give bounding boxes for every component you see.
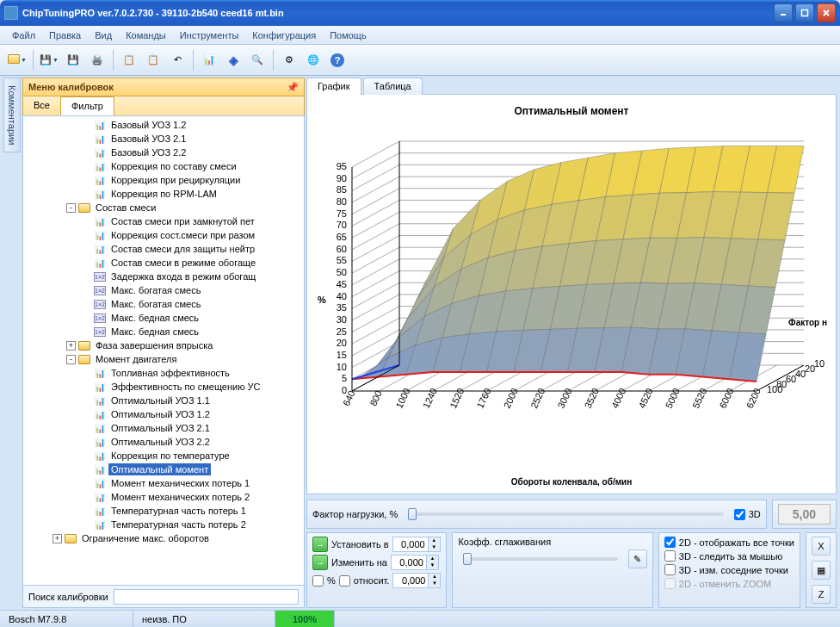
tree-item[interactable]: Коррекция сост.смеси при разом <box>25 228 302 242</box>
tree-label[interactable]: Базовый УОЗ 2.1 <box>108 133 188 145</box>
rel-spinner[interactable]: ▲▼ <box>392 573 441 588</box>
tree-label[interactable]: Макс. бедная смесь <box>108 326 201 338</box>
cb-rel[interactable] <box>339 575 350 587</box>
tree-label[interactable]: Момент механических потерь 1 <box>108 477 252 489</box>
tree-label[interactable]: Коррекция при рециркуляции <box>108 174 243 186</box>
tree-label[interactable]: Состав смеси в режиме обогаще <box>108 257 258 269</box>
tree-item[interactable]: Оптимальный момент <box>25 462 302 476</box>
expander-icon[interactable]: - <box>66 355 76 364</box>
tree-label[interactable]: Момент двигателя <box>93 353 179 365</box>
print-button[interactable]: 🖨️ <box>85 48 109 72</box>
comments-tab[interactable]: Комментарии <box>3 78 21 152</box>
minimize-button[interactable] <box>774 3 793 22</box>
tree-label[interactable]: Состав смеси для защиты нейтр <box>108 243 257 255</box>
tree-label[interactable]: Коррекция по температуре <box>108 450 232 462</box>
cb-pct-wrap[interactable]: % <box>312 575 336 587</box>
compare-button[interactable]: 📊 <box>197 48 221 72</box>
cb-2d-points-wrap[interactable]: 2D - отображать все точки <box>664 537 794 548</box>
tree-label[interactable]: Температурная часть потерь 2 <box>108 518 249 531</box>
cb-3d-mouse-wrap[interactable]: 3D - следить за мышью <box>664 550 794 562</box>
menu-Помощь[interactable]: Помощь <box>323 28 374 43</box>
expander-icon[interactable]: + <box>52 534 62 543</box>
tree-item[interactable]: Коррекция при рециркуляции <box>25 173 302 187</box>
expander-icon[interactable]: - <box>66 203 76 213</box>
cb-3d-neigh-wrap[interactable]: 3D - изм. соседние точки <box>664 564 794 575</box>
tab-all[interactable]: Все <box>23 96 61 115</box>
tree-folder[interactable]: +Ограничение макс. оборотов <box>25 531 302 545</box>
cb-2d-points[interactable] <box>664 537 676 548</box>
tree-item[interactable]: Коррекция по составу смеси <box>25 159 302 173</box>
menu-Вид[interactable]: Вид <box>88 28 119 43</box>
tree-item[interactable]: 1×2Макс. богатая смесь <box>25 283 302 297</box>
tree-label[interactable]: Коррекция сост.смеси при разом <box>108 229 257 241</box>
cb-3d[interactable] <box>734 509 745 520</box>
tree-item[interactable]: Базовый УОЗ 1.2 <box>25 118 302 132</box>
tree-label[interactable]: Базовый УОЗ 1.2 <box>108 119 188 131</box>
set-button[interactable]: → <box>312 537 328 552</box>
tree-item[interactable]: Состав смеси при замкнутой пет <box>25 214 302 228</box>
change-button[interactable]: → <box>312 555 328 570</box>
info-button[interactable]: ◈ <box>221 48 245 72</box>
tree-item[interactable]: Момент механических потерь 2 <box>25 490 302 504</box>
tree-item[interactable]: Эффективность по смещению УС <box>25 380 302 394</box>
help-button[interactable]: ? <box>325 48 349 72</box>
search-input[interactable] <box>114 589 299 605</box>
chart-3d[interactable]: 0510152025303540455055606570758085909564… <box>318 124 825 451</box>
tab-filter[interactable]: Фильтр <box>61 96 114 115</box>
tree-item[interactable]: Топливная эффективность <box>25 366 302 380</box>
tree-item[interactable]: Оптимальный УОЗ 2.2 <box>25 435 302 449</box>
z-button[interactable]: Z <box>812 585 831 604</box>
menu-Команды[interactable]: Команды <box>119 28 173 43</box>
close-button[interactable] <box>817 3 836 22</box>
tree-item[interactable]: Базовый УОЗ 2.2 <box>25 146 302 159</box>
tree-label[interactable]: Оптимальный УОЗ 2.2 <box>108 436 213 448</box>
search-button[interactable]: 🔍 <box>245 48 269 72</box>
pin-icon[interactable]: 📌 <box>287 82 299 93</box>
tree-label[interactable]: Макс. богатая смесь <box>108 298 203 310</box>
tree-label[interactable]: Коррекция по RPM-LAM <box>108 188 219 200</box>
tab-graph[interactable]: График <box>306 78 361 95</box>
cb-3d-wrap[interactable]: 3D <box>734 509 761 520</box>
save-as-button[interactable]: 💾 <box>61 48 85 72</box>
tree-label[interactable]: Макс. богатая смесь <box>108 284 203 296</box>
change-spinner[interactable]: ▲▼ <box>391 555 439 570</box>
tree-label[interactable]: Состав смеси <box>93 202 158 214</box>
tree-item[interactable]: Базовый УОЗ 2.1 <box>25 132 302 146</box>
expander-icon[interactable]: + <box>66 341 76 351</box>
undo-button[interactable]: ↶ <box>165 48 189 72</box>
tree-label[interactable]: Ограничение макс. оборотов <box>79 532 212 544</box>
tree-label[interactable]: Топливная эффективность <box>108 367 232 379</box>
calibration-tree[interactable]: Базовый УОЗ 1.2Базовый УОЗ 2.1Базовый УО… <box>22 115 305 586</box>
grid-button[interactable]: ▦ <box>812 561 831 580</box>
tree-label[interactable]: Базовый УОЗ 2.2 <box>108 146 188 158</box>
tree-label[interactable]: Эффективность по смещению УС <box>108 381 262 393</box>
smooth-slider[interactable] <box>463 557 617 561</box>
tree-item[interactable]: 1×2Макс. бедная смесь <box>25 325 302 338</box>
tree-folder[interactable]: -Момент двигателя <box>25 352 302 366</box>
cb-3d-neigh[interactable] <box>664 564 676 575</box>
menu-Конфигурация[interactable]: Конфигурация <box>245 28 323 43</box>
menu-Файл[interactable]: Файл <box>5 28 42 43</box>
tree-item[interactable]: 1×2Макс. бедная смесь <box>25 311 302 325</box>
open-button[interactable]: ▼ <box>5 48 29 72</box>
menu-Правка[interactable]: Правка <box>42 28 88 43</box>
tree-item[interactable]: Оптимальный УОЗ 1.2 <box>25 407 302 421</box>
tree-item[interactable]: Оптимальный УОЗ 2.1 <box>25 421 302 435</box>
tree-item[interactable]: Коррекция по температуре <box>25 449 302 462</box>
tree-label[interactable]: Температурная часть потерь 1 <box>108 505 249 517</box>
paste-button[interactable]: 📋 <box>141 48 165 72</box>
copy-button[interactable]: 📋 <box>117 48 141 72</box>
tree-label[interactable]: Оптимальный момент <box>108 463 211 475</box>
set-spinner[interactable]: ▲▼ <box>392 537 441 552</box>
tree-label[interactable]: Оптимальный УОЗ 1.1 <box>108 394 213 407</box>
tree-item[interactable]: Оптимальный УОЗ 1.1 <box>25 394 302 407</box>
settings-button[interactable]: ⚙ <box>277 48 301 72</box>
tree-label[interactable]: Оптимальный УОЗ 1.2 <box>108 408 213 420</box>
menu-Инструменты[interactable]: Инструменты <box>173 28 246 43</box>
tree-item[interactable]: 1×2Макс. богатая смесь <box>25 297 302 311</box>
tree-label[interactable]: Коррекция по составу смеси <box>108 160 239 172</box>
tree-label[interactable]: Оптимальный УОЗ 2.1 <box>108 422 213 434</box>
tree-label[interactable]: Задержка входа в режим обогащ <box>108 270 258 282</box>
tree-item[interactable]: Состав смеси для защиты нейтр <box>25 242 302 256</box>
cb-pct[interactable] <box>312 575 324 587</box>
